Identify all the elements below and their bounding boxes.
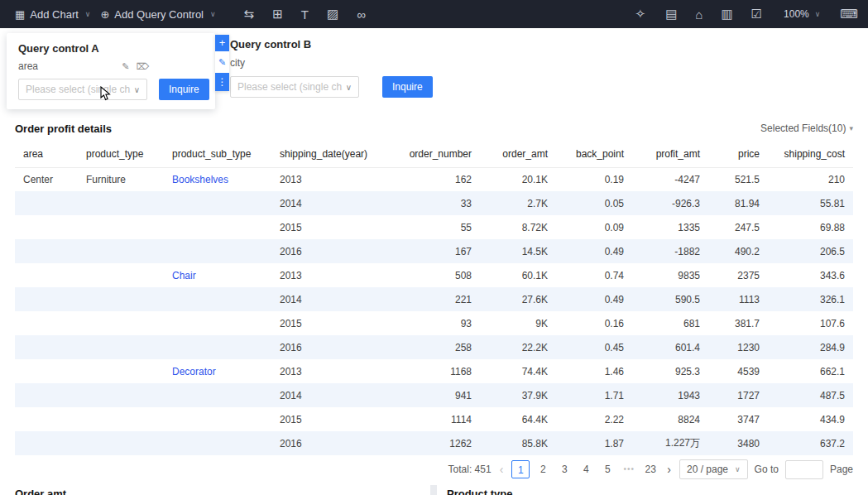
file-icon[interactable]: ▤: [665, 7, 677, 22]
table-cell: 3480: [708, 431, 768, 455]
table-cell: 637.2: [768, 431, 853, 455]
pagination-next[interactable]: ›: [665, 463, 673, 476]
pagination-page[interactable]: 23: [642, 460, 659, 478]
table-cell: 1114: [389, 407, 480, 431]
keyboard-shortcuts-icon[interactable]: ⌨: [840, 7, 858, 22]
table-cell: [15, 239, 78, 263]
table-cell: 81.94: [708, 191, 768, 215]
table-row: 201625822.2K0.45601.41230284.9: [15, 335, 853, 359]
table-row: 201616714.5K0.49-1882490.2206.5: [15, 239, 853, 263]
column-header: shipping_date(year): [271, 141, 389, 167]
table-cell: 0.74: [556, 263, 632, 287]
table-header-row: areaproduct_typeproduct_sub_typeshipping…: [15, 141, 853, 167]
goto-label: Go to: [755, 464, 779, 475]
table-cell: [15, 407, 78, 431]
page-size-label: 20 / page: [687, 464, 728, 475]
bottom-widgets-strip: Order amt Product type: [0, 485, 868, 495]
query-control-b-title: Query control B: [230, 38, 445, 50]
data-table: areaproduct_typeproduct_sub_typeshipping…: [15, 141, 853, 455]
table-cell: [15, 311, 78, 335]
table-row: 201422127.6K0.49590.51113326.1: [15, 287, 853, 311]
edit-widget-button[interactable]: ✎: [215, 51, 229, 73]
chevron-down-icon: ∨: [210, 10, 216, 18]
table-cell: 434.9: [768, 407, 853, 431]
table-cell[interactable]: Decorator: [164, 359, 271, 383]
select-placeholder: Please select (single ch...: [26, 84, 131, 95]
pagination-prev[interactable]: ‹: [498, 463, 506, 476]
table-cell: [164, 335, 271, 359]
table-cell: 2014: [271, 191, 389, 215]
pagination-page[interactable]: 2: [535, 460, 551, 478]
tab-container-icon[interactable]: ⊞: [272, 7, 283, 22]
table-row: Chair201350860.1K0.7498352375343.6: [15, 263, 853, 287]
city-select[interactable]: Please select (single ch... ∨: [230, 76, 359, 98]
add-query-control-menu[interactable]: ⊕ Add Query Control ∨: [95, 8, 220, 21]
export-icon[interactable]: ▥: [721, 7, 732, 22]
table-cell: 85.8K: [480, 431, 556, 455]
theme-icon[interactable]: ✧: [635, 7, 646, 22]
link-widget-icon[interactable]: ∞: [357, 7, 366, 22]
add-chart-menu[interactable]: ▦ Add Chart ∨: [10, 8, 95, 21]
page-label: Page: [830, 464, 853, 475]
table-cell: 20.1K: [480, 167, 556, 191]
top-toolbar: ▦ Add Chart ∨ ⊕ Add Query Control ∨ ⇆ ⊞ …: [0, 0, 868, 28]
table-cell: 107.6: [768, 311, 853, 335]
chevron-down-icon: ∨: [346, 83, 352, 92]
delete-icon[interactable]: ⌦: [136, 61, 149, 72]
table-cell: [164, 287, 271, 311]
area-select[interactable]: Please select (single ch... ∨: [18, 79, 147, 100]
table-cell: 0.09: [556, 215, 632, 239]
table-cell: 1727: [708, 383, 768, 407]
pagination-page[interactable]: 3: [556, 460, 573, 478]
table-cell: 1.87: [556, 431, 632, 455]
table-cell: Furniture: [78, 167, 164, 191]
widget-switch-icon[interactable]: ⇆: [244, 7, 255, 22]
inquire-button-b[interactable]: Inquire: [382, 76, 433, 98]
add-chart-label: Add Chart: [30, 8, 79, 21]
goto-page-input[interactable]: [785, 460, 823, 479]
bottom-left-widget: Order amt: [0, 485, 430, 495]
table-row: 2014332.7K0.05-926.381.9455.81: [15, 191, 853, 215]
table-cell: [15, 359, 78, 383]
edit-icon[interactable]: ✎: [122, 61, 129, 72]
table-cell: 33: [389, 191, 480, 215]
more-options-button[interactable]: ⋮: [215, 73, 229, 91]
publish-check-icon[interactable]: ☑: [751, 7, 762, 22]
table-cell: -1882: [632, 239, 708, 263]
table-cell: [164, 431, 271, 455]
table-cell[interactable]: Bookshelves: [164, 167, 271, 191]
text-widget-icon[interactable]: T: [301, 7, 309, 22]
pagination-page[interactable]: 4: [578, 460, 594, 478]
pagination-page[interactable]: 5: [599, 460, 616, 478]
table-cell: 1168: [389, 359, 480, 383]
table-cell: [78, 359, 164, 383]
image-widget-icon[interactable]: ▨: [327, 7, 338, 22]
add-widget-button[interactable]: +: [215, 35, 229, 51]
add-query-control-icon: ⊕: [100, 8, 109, 21]
query-field-area: area: [18, 60, 38, 72]
table-cell: 167: [389, 239, 480, 263]
table-cell: 1.46: [556, 359, 632, 383]
page-size-select[interactable]: 20 / page ∨: [679, 459, 748, 479]
table-cell: 508: [389, 263, 480, 287]
table-cell: [164, 383, 271, 407]
table-cell[interactable]: Chair: [164, 263, 271, 287]
inquire-button-a[interactable]: Inquire: [159, 79, 209, 100]
table-cell: 1230: [708, 335, 768, 359]
table-cell: 1943: [632, 383, 708, 407]
table-cell: 2013: [271, 167, 389, 191]
column-header: shipping_cost: [768, 141, 853, 167]
zoom-control[interactable]: 100% ∨: [784, 8, 820, 20]
table-cell: -4247: [632, 167, 708, 191]
table-cell: 64.4K: [480, 407, 556, 431]
pagination-page[interactable]: 1: [511, 460, 530, 478]
table-cell: 343.6: [768, 263, 853, 287]
table-cell: 0.05: [556, 191, 632, 215]
template-icon[interactable]: ⌂: [695, 7, 703, 22]
query-control-a: Query control A area ✎ ⌦ Please select (…: [7, 33, 215, 109]
chevron-down-icon: ∨: [134, 85, 140, 94]
selected-fields-dropdown[interactable]: Selected Fields(10) ▾: [760, 123, 853, 134]
table-cell: [78, 431, 164, 455]
table-row: CenterFurnitureBookshelves201316220.1K0.…: [15, 167, 853, 191]
chevron-down-icon: ∨: [735, 465, 741, 473]
